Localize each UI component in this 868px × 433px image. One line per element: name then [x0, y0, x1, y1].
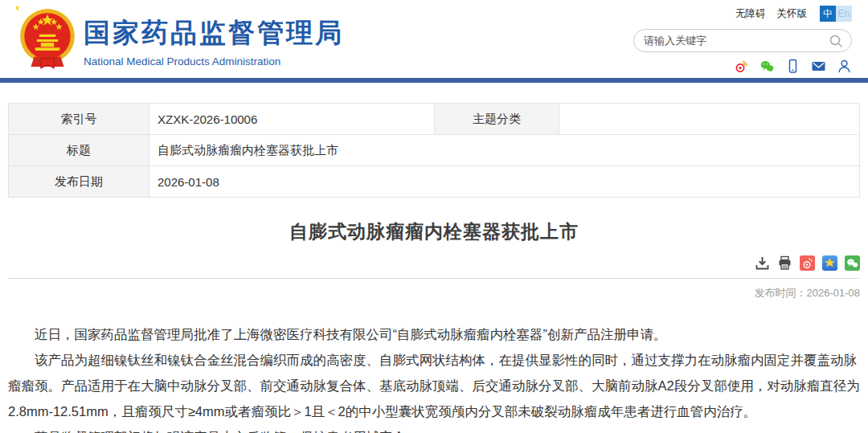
table-row: 索引号 XZXK-2026-10006 主题分类	[9, 104, 860, 135]
care-version-link[interactable]: 关怀版	[777, 7, 808, 21]
share-weibo-icon[interactable]	[800, 255, 815, 271]
paragraph: 近日，国家药品监督管理局批准了上海微密医疗科技有限公司“自膨式动脉瘤瘤内栓塞器”…	[8, 321, 860, 347]
search-icon[interactable]	[829, 34, 843, 48]
language-toggle: 中 En	[820, 6, 852, 22]
header-divider-bar	[0, 78, 868, 83]
download-icon[interactable]	[755, 255, 770, 271]
search-box[interactable]	[633, 29, 852, 52]
mail-icon[interactable]	[811, 59, 826, 74]
accessibility-link[interactable]: 无障碍	[735, 7, 766, 21]
lang-zh-button[interactable]: 中	[820, 6, 836, 22]
doc-title-label: 标题	[9, 135, 149, 166]
content: 索引号 XZXK-2026-10006 主题分类 标题 自膨式动脉瘤瘤内栓塞器获…	[0, 103, 868, 433]
site-header: 国家药品监督管理局 National Medical Products Admi…	[0, 0, 868, 78]
top-links: 无障碍 关怀版 中 En	[633, 6, 852, 22]
print-icon[interactable]	[777, 255, 792, 271]
site-title-zh: 国家药品监督管理局	[84, 15, 344, 51]
table-row: 发布日期 2026-01-08	[9, 166, 860, 198]
mobile-icon[interactable]	[785, 59, 800, 74]
national-emblem-icon	[16, 6, 79, 71]
wechat-icon[interactable]	[760, 59, 775, 74]
paragraph: 药品监督管理部门将加强该产品上市后监管，保护患者用械安全。	[8, 424, 860, 433]
doc-title-value: 自膨式动脉瘤瘤内栓塞器获批上市	[149, 135, 860, 166]
weibo-icon[interactable]	[734, 59, 749, 74]
article-title: 自膨式动脉瘤瘤内栓塞器获批上市	[8, 219, 860, 244]
share-qzone-icon[interactable]	[822, 255, 837, 271]
publish-date-label: 发布日期	[9, 166, 149, 198]
header-right: 无障碍 关怀版 中 En	[633, 6, 852, 74]
page: 国家药品监督管理局 National Medical Products Admi…	[0, 0, 868, 433]
user-icon[interactable]	[837, 59, 852, 74]
publish-time: 发布时间：2026-01-08	[8, 286, 860, 300]
info-table: 索引号 XZXK-2026-10006 主题分类 标题 自膨式动脉瘤瘤内栓塞器获…	[8, 103, 860, 198]
paragraph: 该产品为超细镍钛丝和镍钛合金丝混合编织而成的高密度、自膨式网状结构体，在提供显影…	[8, 347, 860, 424]
article-toolbar	[8, 255, 860, 279]
brand: 国家药品监督管理局 National Medical Products Admi…	[84, 15, 344, 67]
topic-category-label: 主题分类	[435, 104, 559, 135]
table-row: 标题 自膨式动脉瘤瘤内栓塞器获批上市	[9, 135, 860, 166]
share-wechat-icon[interactable]	[845, 255, 860, 271]
topic-category-value	[559, 104, 860, 135]
publish-date-value: 2026-01-08	[149, 166, 860, 198]
social-row	[633, 59, 852, 74]
site-title-en: National Medical Products Administration	[84, 55, 344, 67]
index-number-value: XZXK-2026-10006	[149, 104, 435, 135]
article-body: 近日，国家药品监督管理局批准了上海微密医疗科技有限公司“自膨式动脉瘤瘤内栓塞器”…	[8, 321, 860, 433]
search-input[interactable]	[644, 35, 829, 47]
index-number-label: 索引号	[9, 104, 149, 135]
lang-en-button[interactable]: En	[836, 6, 852, 22]
